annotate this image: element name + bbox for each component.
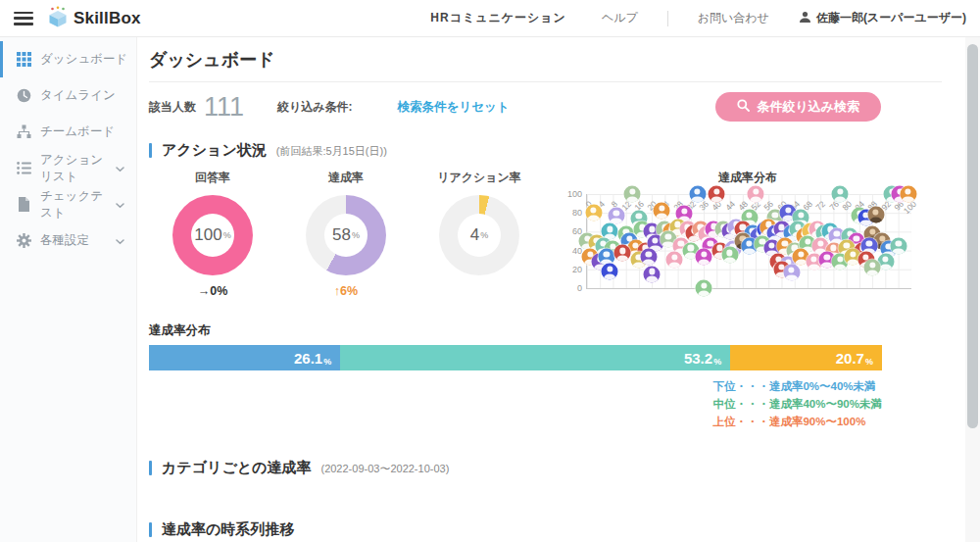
- sidebar-item-teamboard[interactable]: チームボード: [0, 114, 136, 150]
- action-status-heading: アクション状況 (前回結果:5月15日(日)): [149, 141, 942, 160]
- bar-segment-mid[interactable]: 53.2%: [340, 345, 730, 370]
- user-avatar-point[interactable]: [748, 186, 764, 203]
- arrow-right-icon: →: [198, 284, 211, 298]
- user-icon: [799, 11, 811, 26]
- user-avatar-point[interactable]: [644, 266, 661, 282]
- sidebar-item-checktest[interactable]: チェックテスト: [0, 186, 136, 222]
- sidebar-item-label: ダッシュボード: [40, 51, 127, 68]
- logo-text: SkillBox: [74, 9, 141, 28]
- charts-row: 回答率 100% →0% 達成率 58% ↑6% リアクション率: [149, 170, 942, 299]
- user-avatar-point[interactable]: [864, 259, 881, 275]
- filter-conditions-label: 絞り込み条件:: [277, 99, 353, 116]
- user-avatar-point[interactable]: [832, 186, 849, 203]
- legend-high: 上位・・・達成率90%〜100%: [712, 415, 882, 429]
- hamburger-menu-icon[interactable]: [14, 12, 33, 25]
- nav-contact[interactable]: お問い合わせ: [698, 10, 769, 26]
- grid-icon: [16, 52, 31, 68]
- user-avatar-point[interactable]: [654, 203, 670, 220]
- achievement-distribution-bar-section: 達成率分布 26.1% 53.2% 20.7% 下位・・・達成率0%〜40%未満…: [149, 322, 942, 429]
- category-achievement-daterange: (2022-09-03〜2022-10-03): [320, 460, 449, 476]
- user-avatar-point[interactable]: [867, 207, 884, 223]
- sidebar-item-dashboard[interactable]: ダッシュボード: [0, 41, 136, 77]
- nav-help[interactable]: ヘルプ: [602, 10, 638, 26]
- bar-segment-high[interactable]: 20.7%: [730, 345, 882, 370]
- sidebar: ダッシュボード タイムライン チームボード アクションリスト チェックテスト 各…: [0, 37, 137, 542]
- donut-reaction-rate: リアクション率 4%: [427, 170, 531, 299]
- user-menu[interactable]: 佐藤一郎(スーパーユーザー): [799, 10, 966, 26]
- donut-value: 58: [332, 225, 351, 245]
- chevron-down-icon[interactable]: [116, 234, 124, 248]
- donut-chart[interactable]: 58%: [306, 195, 386, 275]
- team-icon: [16, 124, 31, 140]
- stats-row: 該当人数 111 絞り込み条件: 検索条件をリセット 条件絞り込み検索: [149, 89, 942, 124]
- user-avatar-point[interactable]: [602, 263, 618, 279]
- bar-segment-low[interactable]: 26.1%: [149, 345, 340, 370]
- user-avatar-point[interactable]: [721, 247, 738, 264]
- sidebar-item-label: タイムライン: [40, 87, 116, 104]
- donut-achievement-rate: 達成率 58% ↑6%: [294, 170, 398, 299]
- sidebar-item-label: アクションリスト: [40, 152, 107, 185]
- donut-delta: ↑6%: [294, 284, 398, 299]
- user-avatar-point[interactable]: [585, 205, 602, 222]
- timeseries-heading: 達成率の時系列推移: [149, 520, 942, 539]
- donut-delta: [427, 284, 531, 299]
- sidebar-item-settings[interactable]: 各種設定: [0, 222, 136, 259]
- user-avatar-point[interactable]: [614, 245, 631, 262]
- donut-chart[interactable]: 100%: [172, 195, 253, 275]
- x-axis-tick: 72: [814, 199, 828, 213]
- bar-legend: 下位・・・達成率0%〜40%未満 中位・・・達成率40%〜90%未満 上位・・・…: [149, 379, 882, 429]
- user-avatar-point[interactable]: [666, 252, 683, 269]
- clock-icon: [16, 88, 31, 104]
- list-icon: [16, 161, 31, 176]
- timeseries-title: 達成率の時系列推移: [162, 520, 294, 539]
- y-axis-tick: 100: [567, 189, 582, 199]
- donut-chart[interactable]: 4%: [439, 195, 519, 275]
- sidebar-item-actionlist[interactable]: アクションリスト: [0, 150, 136, 186]
- scrollbar-thumb[interactable]: [967, 44, 978, 428]
- y-axis-tick: 20: [572, 265, 582, 274]
- nav-hr-communication[interactable]: HRコミュニケーション: [430, 10, 566, 26]
- user-avatar-point[interactable]: [890, 237, 906, 254]
- vertical-scrollbar[interactable]: [965, 37, 980, 542]
- donut-response-rate: 回答率 100% →0%: [161, 170, 265, 299]
- category-achievement-title: カテゴリごとの達成率: [162, 459, 311, 477]
- document-icon: [16, 197, 31, 213]
- chevron-down-icon[interactable]: [116, 198, 124, 212]
- heading-accent-bar: [149, 143, 152, 158]
- user-avatar-point[interactable]: [900, 186, 916, 203]
- user-avatar-point[interactable]: [696, 249, 712, 266]
- heading-accent-bar: [149, 461, 152, 475]
- search-icon: [737, 99, 750, 115]
- user-avatar-point[interactable]: [783, 264, 800, 280]
- user-avatar-point[interactable]: [608, 208, 624, 224]
- legend-low: 下位・・・達成率0%〜40%未満: [712, 379, 882, 394]
- user-avatar-point[interactable]: [709, 186, 725, 203]
- user-avatar-point[interactable]: [696, 280, 712, 297]
- stacked-bar-chart: 26.1% 53.2% 20.7%: [149, 345, 882, 370]
- y-axis-tick: 80: [572, 208, 582, 218]
- achievement-distribution-scatter: 達成率分布 0204060801000481216202428323640444…: [557, 170, 942, 299]
- main-content: ダッシュボード 該当人数 111 絞り込み条件: 検索条件をリセット 条件絞り込…: [137, 37, 965, 542]
- heading-accent-bar: [149, 522, 152, 537]
- bar-chart-label: 達成率分布: [149, 322, 942, 339]
- sidebar-item-timeline[interactable]: タイムライン: [0, 77, 136, 114]
- user-avatar-point[interactable]: [689, 186, 706, 203]
- action-status-title: アクション状況: [162, 141, 267, 160]
- gear-icon: [16, 233, 31, 249]
- page-title: ダッシュボード: [149, 37, 942, 82]
- sidebar-item-label: チェックテスト: [40, 188, 107, 222]
- legend-mid: 中位・・・達成率40%〜90%未満: [712, 397, 882, 412]
- user-avatar-point[interactable]: [640, 249, 657, 266]
- header-divider: [667, 11, 668, 26]
- category-achievement-heading: カテゴリごとの達成率 (2022-09-03〜2022-10-03): [149, 459, 942, 477]
- app-logo[interactable]: SkillBox: [47, 6, 141, 31]
- user-avatar-point[interactable]: [624, 186, 641, 203]
- user-name: 佐藤一郎(スーパーユーザー): [816, 10, 966, 26]
- filter-search-button[interactable]: 条件絞り込み検索: [715, 92, 881, 122]
- y-axis-tick: 0: [577, 283, 582, 293]
- donut-charts: 回答率 100% →0% 達成率 58% ↑6% リアクション率: [149, 170, 531, 299]
- reset-search-link[interactable]: 検索条件をリセット: [398, 99, 510, 116]
- logo-cube-icon: [47, 6, 69, 31]
- scatter-plot-area[interactable]: 0204060801000481216202428323640444852566…: [586, 194, 911, 289]
- chevron-down-icon[interactable]: [116, 162, 124, 175]
